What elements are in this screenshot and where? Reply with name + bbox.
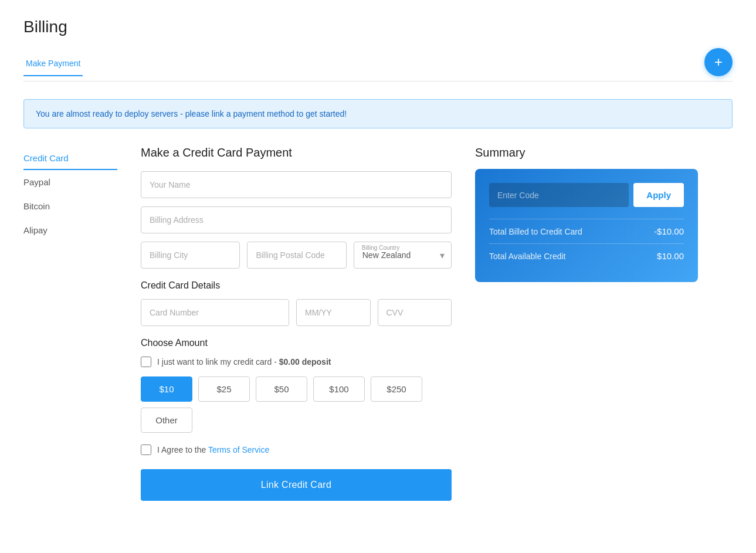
billing-address-input[interactable]	[141, 206, 452, 233]
sidebar-item-alipay[interactable]: Alipay	[23, 218, 117, 242]
form-title: Make a Credit Card Payment	[141, 146, 452, 160]
summary-title: Summary	[475, 146, 698, 160]
card-cvv-input[interactable]	[378, 299, 452, 326]
your-name-row	[141, 171, 452, 198]
card-expiry-wrap	[296, 299, 371, 326]
billing-address-row	[141, 206, 452, 233]
plus-icon: +	[714, 54, 723, 70]
link-only-checkbox-row: I just want to link my credit card - $0.…	[141, 357, 452, 367]
tos-link[interactable]: Terms of Service	[208, 445, 269, 454]
link-only-checkbox[interactable]	[141, 357, 151, 367]
amount-buttons: $10 $25 $50 $100 $250 Other	[141, 376, 452, 433]
billing-country-wrap: Billing Country New Zealand Australia Un…	[354, 242, 452, 269]
sidebar-item-credit-card[interactable]: Credit Card	[23, 146, 117, 170]
amount-25-button[interactable]: $25	[198, 376, 250, 402]
summary-total-billed-row: Total Billed to Credit Card -$10.00	[489, 219, 684, 243]
card-fields-row	[141, 299, 452, 326]
billing-city-input[interactable]	[141, 242, 240, 269]
card-number-wrap	[141, 299, 289, 326]
tos-checkbox[interactable]	[141, 445, 151, 455]
link-only-label: I just want to link my credit card - $0.…	[157, 357, 331, 367]
sidebar-item-paypal[interactable]: Paypal	[23, 170, 117, 194]
card-number-input[interactable]	[141, 299, 289, 326]
promo-row: Apply	[489, 183, 684, 207]
tos-row: I Agree to the Terms of Service	[141, 445, 452, 455]
billing-postal-input[interactable]	[247, 242, 346, 269]
card-details-title: Credit Card Details	[141, 280, 452, 291]
amount-other-button[interactable]: Other	[141, 408, 192, 433]
promo-code-input[interactable]	[489, 183, 629, 207]
sidebar: Credit Card Paypal Bitcoin Alipay	[23, 146, 117, 501]
your-name-input[interactable]	[141, 171, 452, 198]
apply-button[interactable]: Apply	[633, 183, 684, 207]
page-title: Billing	[23, 18, 733, 36]
billing-location-row: Billing Country New Zealand Australia Un…	[141, 242, 452, 269]
tabs-bar: Make Payment +	[23, 48, 733, 82]
amount-10-button[interactable]: $10	[141, 376, 192, 402]
sidebar-item-bitcoin[interactable]: Bitcoin	[23, 194, 117, 218]
card-expiry-input[interactable]	[296, 299, 371, 326]
tos-text: I Agree to the Terms of Service	[157, 445, 269, 454]
card-cvv-wrap	[378, 299, 452, 326]
amount-100-button[interactable]: $100	[313, 376, 365, 402]
total-billed-value: -$10.00	[654, 226, 684, 236]
available-credit-label: Total Available Credit	[489, 252, 565, 261]
tab-make-payment[interactable]: Make Payment	[23, 53, 83, 76]
link-credit-card-button[interactable]: Link Credit Card	[141, 469, 452, 501]
add-button[interactable]: +	[704, 48, 733, 76]
available-credit-value: $10.00	[657, 251, 684, 261]
amount-250-button[interactable]: $250	[371, 376, 422, 402]
billing-country-label: Billing Country	[362, 245, 399, 251]
main-layout: Credit Card Paypal Bitcoin Alipay Make a…	[23, 146, 733, 501]
choose-amount-title: Choose Amount	[141, 338, 452, 348]
summary-section: Summary Apply Total Billed to Credit Car…	[475, 146, 698, 501]
summary-available-credit-row: Total Available Credit $10.00	[489, 243, 684, 268]
amount-50-button[interactable]: $50	[256, 376, 307, 402]
summary-card: Apply Total Billed to Credit Card -$10.0…	[475, 169, 698, 282]
total-billed-label: Total Billed to Credit Card	[489, 227, 582, 236]
credit-card-form: Make a Credit Card Payment Billing Count…	[141, 146, 452, 501]
alert-message: You are almost ready to deploy servers -…	[23, 99, 733, 128]
